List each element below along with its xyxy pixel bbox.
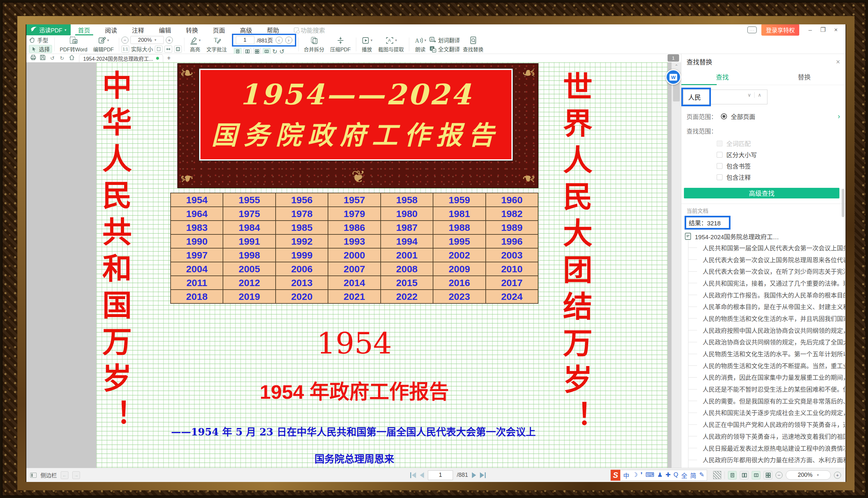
search-result-item[interactable]: 人民的物质生活和文化生活的不断提高。当然，重工业需要的资金比较多… <box>681 359 845 371</box>
search-result-item[interactable]: 人民代表大会第一次会议上国务院总理周恩来各位代表：我们第一届全国… <box>681 254 845 265</box>
ime-icon[interactable]: 简 <box>690 471 696 480</box>
sogou-ime-bar[interactable]: S 中☽❜⌨♟✚Q全简✎ <box>610 470 707 481</box>
search-result-item[interactable]: 人民政府的领导下英勇奋斗，迅速地改变着我们的祖国的面貌。我们一定… <box>681 430 845 442</box>
full-translate-tool[interactable]: A 全文翻译 <box>429 45 460 53</box>
history-back-button[interactable]: ← <box>61 471 68 479</box>
maximize-button[interactable]: ❐ <box>817 25 829 35</box>
redo-icon[interactable]: ↻ <box>58 55 66 61</box>
search-result-item[interactable]: 人民政府历年都用很大的力量在经济方面、水利方面和技术方面帮助农业… <box>681 454 845 466</box>
results-root-item[interactable]: 1954-2024国务院总理政府工… <box>681 231 845 242</box>
ime-icon[interactable]: ✚ <box>665 471 671 480</box>
menu-item-高级[interactable]: 高级 <box>233 24 260 35</box>
tab-find[interactable]: 查找 <box>681 70 763 85</box>
find-next-icon[interactable]: ∧ <box>754 92 761 98</box>
ime-icon[interactable]: ✎ <box>699 471 704 480</box>
document-viewport[interactable]: 中华人民共和国万岁！ 世界人民大团结万岁！ ❧ ❧ ❧ ❧ ❦ 1954——20… <box>26 62 681 468</box>
login-button[interactable]: 登录享特权 <box>761 24 799 36</box>
edit-pdf-tool[interactable]: ▾ 编辑PDF <box>90 36 117 53</box>
compress-pdf-tool[interactable]: 压缩PDF <box>327 36 354 53</box>
first-page-button[interactable] <box>410 472 416 478</box>
select-tool[interactable]: 选择 <box>29 45 52 53</box>
search-result-item[interactable]: 人民共和国宪法关于逐步完成社会主义工业化的规定，关于用经济计划指… <box>681 407 845 419</box>
save-icon[interactable] <box>39 55 47 62</box>
logo-caret-icon[interactable]: ▾ <box>65 28 66 32</box>
panel-scrollbar-thumb[interactable] <box>842 189 844 217</box>
pdf-to-word-float-button[interactable]: W <box>665 69 681 85</box>
view-two-column-icon[interactable] <box>740 471 749 480</box>
fit-page-icon[interactable] <box>155 45 163 53</box>
minimize-button[interactable]: – <box>804 25 817 35</box>
next-page-button-status[interactable] <box>472 472 476 478</box>
vertical-scrollbar[interactable]: ⌃ <box>671 62 681 468</box>
undo-icon[interactable]: ↺ <box>48 55 56 61</box>
home-icon[interactable] <box>67 55 76 62</box>
ime-icon[interactable]: 中 <box>623 471 629 480</box>
menu-item-首页[interactable]: 首页 <box>71 24 98 35</box>
option-包含书签[interactable]: 包含书签 <box>681 160 845 171</box>
find-replace-tool[interactable]: 查找替换 <box>460 36 487 53</box>
ime-icon[interactable]: ⌨ <box>645 471 654 480</box>
status-zoom-out-button[interactable]: − <box>776 472 782 479</box>
view-single-page-icon[interactable] <box>728 471 737 480</box>
close-button[interactable]: × <box>829 25 842 35</box>
search-result-item[interactable]: 人民代表大会第一次会议，在听了刘少奇同志关于宪法草案的报告并进行… <box>681 265 845 277</box>
zoom-out-button[interactable]: − <box>121 37 129 44</box>
prev-page-button-status[interactable] <box>420 472 424 478</box>
scroll-up-icon[interactable]: ⌃ <box>672 64 681 69</box>
merge-split-tool[interactable]: 合并拆分 <box>301 36 327 53</box>
search-result-item[interactable]: 人民正在中国共产党和人民政府的领导下英勇奋斗，迅速地改变着我们的… <box>681 418 845 430</box>
ime-icon[interactable]: ♟ <box>657 471 663 480</box>
capture-extract-tool[interactable]: A ▾ 截图与提取 <box>375 36 407 53</box>
search-result-item[interactable]: 人民革命的根本目的，是在于从帝国主义、封建主义和官僚资本主义的压… <box>681 301 845 312</box>
pdf-to-word-tool[interactable]: W PDF转Word <box>57 36 90 53</box>
ime-icon[interactable]: ❜ <box>640 471 643 480</box>
document-tab[interactable]: 1954-2024国务院总理政府工... <box>79 54 163 62</box>
ime-icon[interactable]: ☽ <box>632 471 638 480</box>
menu-item-注释[interactable]: 注释 <box>125 24 152 35</box>
actual-size-label[interactable]: 实际大小 <box>131 45 153 53</box>
last-page-button[interactable] <box>480 472 486 478</box>
word-translate-tool[interactable]: A 划词翻译 <box>429 36 460 44</box>
search-result-item[interactable]: 人民的需要。但是我国原有的工业究竟是非常落后的、零散的、不平衡的… <box>681 395 845 407</box>
status-zoom-select[interactable]: 200%▾ <box>786 470 831 480</box>
search-result-item[interactable]: 人民日报最近发表过太原热电站建设工程中的浪费情况，就是一个惊人的… <box>681 442 845 454</box>
zoom-in-button[interactable]: + <box>166 37 173 44</box>
search-result-item[interactable]: 人民共和国第一届全国人民代表大会第一次会议上国务院总理周恩来各位… <box>681 242 845 254</box>
menu-feature-search[interactable]: 功能搜索 <box>287 24 333 35</box>
history-forward-button[interactable]: → <box>72 471 80 479</box>
new-tab-button[interactable]: + <box>165 55 173 62</box>
option-区分大小写[interactable]: 区分大小写 <box>681 149 845 160</box>
menu-item-帮助[interactable]: 帮助 <box>260 24 287 35</box>
expand-range-icon[interactable]: › <box>838 113 840 121</box>
search-result-item[interactable]: 人民的消费，因此在国家集中力量发展重工业的期间，虽然轻工业和农业… <box>681 371 845 383</box>
checkbox-icon[interactable] <box>717 163 723 169</box>
find-prev-icon[interactable]: ∨ <box>748 92 751 98</box>
search-result-item[interactable]: 人民的物质生活和文化生活的水平，并且巩固我们国家的独立和安全。我… <box>681 312 845 324</box>
ime-icon[interactable]: Q <box>674 471 678 480</box>
feedback-icon[interactable]: ··· <box>747 26 757 34</box>
menu-item-转换[interactable]: 转换 <box>179 24 206 35</box>
menu-item-阅读[interactable]: 阅读 <box>98 24 125 35</box>
menu-item-编辑[interactable]: 编辑 <box>152 24 179 35</box>
zoom-level-select[interactable]: 200%▾ <box>130 36 164 44</box>
ime-icon[interactable]: 全 <box>681 471 687 480</box>
option-包含注释[interactable]: 包含注释 <box>681 171 845 183</box>
checkbox-icon[interactable] <box>717 152 723 158</box>
status-page-input[interactable] <box>428 470 453 480</box>
checkbox-icon[interactable] <box>717 174 723 180</box>
menu-item-页面[interactable]: 页面 <box>206 24 233 35</box>
search-result-item[interactable]: 人民政治协商会议共同纲领的规定，先后完成了全国大陆的统一，完成了… <box>681 336 845 348</box>
prev-page-button[interactable]: ‹ <box>276 37 283 44</box>
actual-size-icon[interactable]: 1:1 <box>121 45 129 53</box>
search-result-item[interactable]: 人民共和国宪法，接着，又通过了几个重要的法律。现在，我代表中央人… <box>681 277 845 289</box>
status-zoom-in-button[interactable]: + <box>834 472 841 479</box>
sidebar-toggle-icon[interactable] <box>30 473 37 478</box>
ribbon-page-input[interactable] <box>236 36 255 44</box>
hand-tool[interactable]: 手型 <box>29 36 52 44</box>
fit-width-icon[interactable] <box>165 45 172 53</box>
view-book-icon[interactable] <box>752 471 760 480</box>
play-tool[interactable]: ▾ 播放 <box>359 36 376 53</box>
background-pattern-icon[interactable] <box>713 471 721 479</box>
app-logo[interactable]: 迅读PDF ▾ <box>26 24 71 35</box>
next-page-button[interactable]: › <box>285 37 292 44</box>
